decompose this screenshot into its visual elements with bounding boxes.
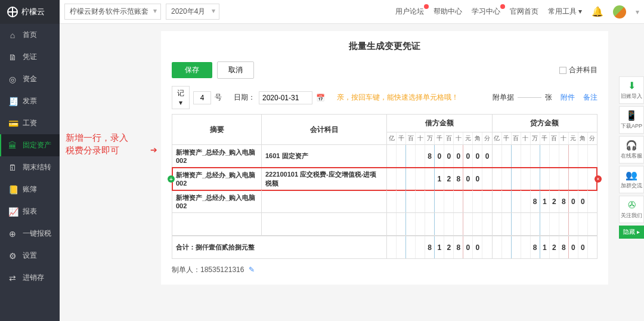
nav-official[interactable]: 官网首页 (510, 7, 538, 17)
sidebar-icon: ⌂ (8, 30, 17, 40)
cell-account[interactable]: 222100101 应交税费-应交增值税-进项税额 (262, 168, 387, 190)
nav-tools[interactable]: 常用工具 ▾ (548, 7, 582, 17)
product-name: 柠檬云 (21, 7, 45, 17)
sidebar-icon: 📈 (8, 207, 17, 217)
merge-checkbox[interactable] (559, 67, 566, 74)
cell-summary[interactable]: 新增资产_总经办_购入电脑002 (172, 145, 262, 167)
cell-account[interactable] (262, 213, 387, 235)
cell-credit[interactable] (493, 145, 597, 167)
sidebar: ⌂首页🗎凭证◎资金🧾发票💳工资🏛固定资产🗓期末结转📒账簿📈报表⊕一键报税⚙设置⇄… (0, 24, 60, 321)
cancel-button[interactable]: 取消 (217, 61, 254, 79)
cell-debit[interactable] (387, 190, 493, 212)
sidebar-item-6[interactable]: 🗓期末结转 (0, 156, 60, 178)
lemon-logo-icon (7, 7, 18, 17)
attachment-link[interactable]: 附件 (561, 92, 575, 103)
table-head: 摘要 会计科目 借方金额 亿千百十万千百十元角分 贷方金额 亿千百十万千百十元角… (172, 115, 597, 145)
date-label: 日期： (234, 92, 255, 103)
bell-icon[interactable]: 🔔 (592, 6, 603, 17)
cell-account[interactable] (262, 190, 387, 212)
calendar-icon[interactable]: 📅 (316, 94, 325, 102)
table-body: 新增资产_总经办_购入电脑0021601 固定资产8000000新增资产_总经办… (172, 145, 597, 236)
sidebar-item-label: 账簿 (23, 184, 37, 195)
table-foot: 合计：捌仟壹佰贰拾捌元整 812800 812800 (172, 236, 597, 258)
delete-row-icon[interactable]: × (595, 175, 602, 183)
sidebar-item-label: 工资 (23, 118, 37, 128)
cell-debit[interactable]: 8000000 (387, 145, 493, 167)
edit-icon[interactable]: ✎ (249, 266, 255, 274)
cell-credit[interactable]: 812800 (493, 190, 597, 212)
remark-link[interactable]: 备注 (583, 92, 597, 103)
col-account-head: 会计科目 (262, 115, 386, 144)
attach-label: 附单据 (493, 92, 514, 103)
sidebar-item-0[interactable]: ⌂首页 (0, 24, 60, 46)
table-row[interactable] (172, 213, 597, 236)
attach-count-input[interactable] (518, 97, 541, 98)
date-input[interactable] (259, 91, 312, 104)
sidebar-icon: 🧾 (8, 97, 17, 106)
hint-text: 亲，按回车键，能快速选择单元格哦！ (337, 92, 459, 103)
cell-debit[interactable] (387, 213, 493, 235)
cell-credit[interactable] (493, 168, 597, 190)
entry-table: 摘要 会计科目 借方金额 亿千百十万千百十元角分 贷方金额 亿千百十万千百十元角… (172, 114, 597, 259)
cell-account[interactable]: 1601 固定资产 (262, 145, 387, 167)
badge-icon (500, 4, 505, 9)
avatar[interactable] (613, 5, 626, 18)
col-summary-head: 摘要 (172, 115, 261, 144)
nav-forum[interactable]: 用户论坛 (395, 7, 424, 17)
voucher-panel: 批量生成变更凭证 保存 取消 合并科目 记 ▾ 号 日期： 📅 亲，按回车键，能… (161, 31, 608, 285)
col-debit-head: 借方金额 (387, 115, 492, 132)
nav-learn[interactable]: 学习中心 (472, 7, 500, 17)
sidebar-item-label: 进销存 (23, 273, 44, 283)
sidebar-item-label: 资金 (23, 74, 37, 84)
cell-credit[interactable] (493, 213, 597, 235)
sidebar-item-label: 固定资产 (23, 140, 51, 150)
sidebar-item-label: 期末结转 (23, 162, 51, 172)
header: 柠檬云 柠檬云财务软件示范账套 2020年4月 用户论坛 帮助中心 学习中心 官… (0, 0, 644, 24)
sidebar-item-label: 凭证 (23, 52, 37, 62)
sidebar-item-7[interactable]: 📒账簿 (0, 178, 60, 200)
attach-suffix: 张 (545, 92, 552, 103)
sidebar-icon: ⇄ (8, 273, 17, 283)
add-row-icon[interactable]: + (168, 175, 175, 183)
maker-row: 制单人：18535121316 ✎ (172, 259, 597, 275)
period-select[interactable]: 2020年4月 (166, 4, 219, 20)
badge-icon (424, 4, 429, 9)
col-credit-head: 贷方金额 (493, 115, 597, 132)
page-title: 批量生成变更凭证 (172, 41, 597, 58)
voucher-number-input[interactable] (193, 91, 211, 104)
voucher-no-suffix: 号 (215, 92, 222, 103)
cell-debit[interactable]: 12800 (387, 168, 493, 190)
sidebar-icon: 📒 (8, 185, 17, 195)
sidebar-item-8[interactable]: 📈报表 (0, 200, 60, 223)
maker-name: 18535121316 (200, 266, 244, 274)
account-select[interactable]: 柠檬云财务软件示范账套 (64, 4, 161, 20)
cell-summary[interactable]: 新增资产_总经办_购入电脑002 (172, 168, 262, 190)
table-row[interactable]: 新增资产_总经办_购入电脑0021601 固定资产8000000 (172, 145, 597, 168)
voucher-word-select[interactable]: 记 ▾ (172, 86, 190, 109)
sidebar-item-10[interactable]: ⚙设置 (0, 245, 60, 267)
maker-label: 制单人： (172, 266, 200, 274)
sidebar-item-label: 一键报税 (23, 229, 51, 239)
save-button[interactable]: 保存 (172, 62, 212, 78)
total-credit: 812800 (493, 236, 597, 258)
sidebar-item-label: 设置 (23, 251, 37, 261)
sidebar-item-label: 报表 (23, 206, 37, 217)
sidebar-item-label: 首页 (23, 30, 37, 40)
sidebar-icon: 🗎 (8, 53, 17, 62)
sidebar-icon: 💳 (8, 119, 17, 128)
sidebar-item-1[interactable]: 🗎凭证 (0, 46, 60, 68)
sidebar-item-3[interactable]: 🧾发票 (0, 90, 60, 112)
table-row[interactable]: 新增资产_总经办_购入电脑002812800 (172, 190, 597, 213)
sidebar-item-4[interactable]: 💳工资 (0, 112, 60, 134)
meta-row: 记 ▾ 号 日期： 📅 亲，按回车键，能快速选择单元格哦！ 附单据 张 附件 备… (172, 86, 597, 114)
cell-summary[interactable] (172, 213, 262, 235)
cell-summary[interactable]: 新增资产_总经办_购入电脑002 (172, 190, 262, 212)
sidebar-item-11[interactable]: ⇄进销存 (0, 267, 60, 289)
digit-heads-credit: 亿千百十万千百十元角分 (493, 132, 597, 144)
nav-help[interactable]: 帮助中心 (434, 7, 462, 17)
sidebar-item-2[interactable]: ◎资金 (0, 68, 60, 90)
sidebar-item-9[interactable]: ⊕一键报税 (0, 223, 60, 245)
sidebar-item-5[interactable]: 🏛固定资产 (0, 134, 60, 156)
table-row[interactable]: 新增资产_总经办_购入电脑002222100101 应交税费-应交增值税-进项税… (172, 168, 597, 190)
sidebar-icon: ⊕ (8, 229, 17, 239)
